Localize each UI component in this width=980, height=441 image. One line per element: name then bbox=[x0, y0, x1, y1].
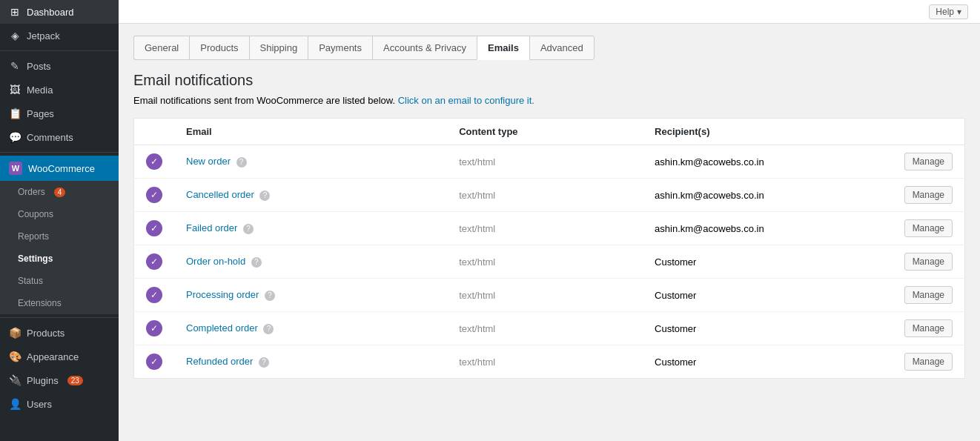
recipient-value: ashin.km@acowebs.co.in bbox=[655, 223, 764, 234]
manage-button[interactable]: Manage bbox=[904, 186, 953, 204]
sidebar-item-label: Users bbox=[27, 399, 52, 410]
help-tooltip-icon[interactable]: ? bbox=[265, 291, 275, 301]
manage-button[interactable]: Manage bbox=[904, 353, 953, 371]
appearance-icon: 🎨 bbox=[9, 351, 21, 362]
posts-icon: ✎ bbox=[9, 60, 21, 72]
sidebar-item-plugins[interactable]: 🔌 Plugins 23 bbox=[0, 368, 119, 392]
table-row: ✓ New order ? text/html ashin.km@acowebs… bbox=[134, 145, 965, 179]
recipient-value: Customer bbox=[655, 357, 696, 368]
sidebar-item-reports[interactable]: Reports bbox=[0, 225, 119, 248]
jetpack-icon: ◈ bbox=[9, 30, 21, 42]
email-recipient-cell: ashin.km@acowebs.co.in bbox=[643, 179, 882, 212]
recipient-value: Customer bbox=[655, 290, 696, 301]
sidebar-item-jetpack[interactable]: ◈ Jetpack bbox=[0, 24, 119, 47]
table-row: ✓ Refunded order ? text/html Customer Ma… bbox=[134, 345, 965, 379]
sidebar-item-appearance[interactable]: 🎨 Appearance bbox=[0, 345, 119, 368]
recipient-value: ashin.km@acowebs.co.in bbox=[655, 156, 764, 168]
help-tooltip-icon[interactable]: ? bbox=[236, 157, 247, 168]
pages-icon: 📋 bbox=[9, 107, 21, 119]
email-status-cell: ✓ bbox=[134, 279, 175, 312]
tab-products[interactable]: Products bbox=[189, 36, 248, 60]
email-name-link[interactable]: Order on-hold bbox=[186, 256, 245, 267]
comments-icon: 💬 bbox=[9, 131, 21, 143]
table-row: ✓ Cancelled order ? text/html ashin.km@a… bbox=[134, 179, 965, 212]
email-content-type-cell: text/html bbox=[447, 345, 643, 379]
th-content-type: Content type bbox=[447, 119, 643, 145]
email-action-cell: Manage bbox=[883, 345, 965, 379]
content-type-value: text/html bbox=[459, 323, 495, 334]
page-title: Email notifications bbox=[133, 72, 965, 89]
tab-general[interactable]: General bbox=[133, 36, 189, 60]
email-name-link[interactable]: Completed order bbox=[186, 322, 258, 334]
email-status-cell: ✓ bbox=[134, 145, 175, 179]
email-name-link[interactable]: Cancelled order bbox=[186, 189, 254, 200]
th-action bbox=[883, 119, 965, 145]
email-name-cell: Refunded order ? bbox=[174, 345, 447, 379]
enabled-check-icon: ✓ bbox=[146, 220, 162, 236]
enabled-check-icon: ✓ bbox=[146, 320, 162, 336]
email-action-cell: Manage bbox=[883, 279, 965, 312]
email-name-link[interactable]: New order bbox=[186, 156, 231, 167]
email-content-type-cell: text/html bbox=[447, 312, 643, 345]
sidebar-item-label: Appearance bbox=[27, 351, 79, 362]
tab-shipping[interactable]: Shipping bbox=[249, 36, 308, 60]
help-tooltip-icon[interactable]: ? bbox=[243, 224, 254, 234]
sidebar-item-products[interactable]: 📦 Products bbox=[0, 321, 119, 345]
tab-advanced[interactable]: Advanced bbox=[529, 36, 595, 60]
tab-accounts-privacy[interactable]: Accounts & Privacy bbox=[372, 36, 477, 60]
email-name-cell: Order on-hold ? bbox=[174, 245, 447, 279]
email-name-cell: Completed order ? bbox=[174, 312, 447, 345]
email-name-link[interactable]: Refunded order bbox=[186, 356, 253, 367]
sidebar-divider bbox=[0, 50, 119, 51]
help-tooltip-icon[interactable]: ? bbox=[263, 324, 274, 334]
sidebar-item-label: Pages bbox=[27, 108, 54, 119]
enabled-check-icon: ✓ bbox=[146, 354, 162, 370]
email-name-link[interactable]: Processing order bbox=[186, 289, 259, 300]
media-icon: 🖼 bbox=[9, 84, 21, 96]
manage-button[interactable]: Manage bbox=[904, 319, 953, 337]
email-recipient-cell: Customer bbox=[643, 345, 882, 379]
tab-emails[interactable]: Emails bbox=[477, 36, 529, 60]
help-tooltip-icon[interactable]: ? bbox=[259, 190, 270, 201]
sidebar-divider-3 bbox=[0, 317, 119, 318]
main-area: Help ▾ General Products Shipping Payment… bbox=[119, 0, 980, 441]
sidebar-item-media[interactable]: 🖼 Media bbox=[0, 78, 119, 102]
sidebar-item-status[interactable]: Status bbox=[0, 270, 119, 292]
email-recipient-cell: Customer bbox=[643, 279, 882, 312]
sidebar-item-coupons[interactable]: Coupons bbox=[0, 203, 119, 225]
manage-button[interactable]: Manage bbox=[904, 219, 953, 237]
woocommerce-icon: W bbox=[9, 162, 22, 175]
help-tooltip-icon[interactable]: ? bbox=[251, 257, 262, 268]
enabled-check-icon: ✓ bbox=[146, 287, 162, 303]
sidebar-item-orders[interactable]: Orders 4 bbox=[0, 181, 119, 203]
tab-payments[interactable]: Payments bbox=[308, 36, 372, 60]
plugins-icon: 🔌 bbox=[9, 374, 21, 386]
settings-tabs: General Products Shipping Payments Accou… bbox=[133, 36, 965, 60]
content-type-value: text/html bbox=[459, 190, 495, 201]
sidebar-item-users[interactable]: 👤 Users bbox=[0, 392, 119, 416]
sidebar-item-label: Plugins bbox=[27, 375, 59, 386]
sidebar-item-pages[interactable]: 📋 Pages bbox=[0, 102, 119, 125]
email-action-cell: Manage bbox=[883, 145, 965, 179]
email-name-link[interactable]: Failed order bbox=[186, 222, 237, 233]
email-content-type-cell: text/html bbox=[447, 279, 643, 312]
manage-button[interactable]: Manage bbox=[904, 253, 953, 271]
email-status-cell: ✓ bbox=[134, 245, 175, 279]
sidebar-item-extensions[interactable]: Extensions bbox=[0, 292, 119, 314]
sidebar-item-comments[interactable]: 💬 Comments bbox=[0, 125, 119, 149]
sidebar-item-settings[interactable]: Settings bbox=[0, 248, 119, 270]
content-type-value: text/html bbox=[459, 290, 495, 301]
help-tooltip-icon[interactable]: ? bbox=[259, 357, 269, 368]
sidebar-item-dashboard[interactable]: ⊞ Dashboard bbox=[0, 0, 119, 24]
content-type-value: text/html bbox=[459, 156, 495, 168]
coupons-label: Coupons bbox=[18, 209, 53, 219]
enabled-check-icon: ✓ bbox=[146, 153, 162, 170]
sidebar-item-woocommerce[interactable]: W WooCommerce bbox=[0, 156, 119, 181]
description-link[interactable]: Click on an email to configure it. bbox=[398, 95, 534, 106]
manage-button[interactable]: Manage bbox=[904, 153, 953, 170]
sidebar-item-label: Media bbox=[27, 84, 53, 96]
help-button[interactable]: Help ▾ bbox=[929, 4, 968, 19]
sidebar-item-label: Products bbox=[27, 328, 64, 339]
sidebar-item-posts[interactable]: ✎ Posts bbox=[0, 54, 119, 78]
manage-button[interactable]: Manage bbox=[904, 286, 953, 304]
